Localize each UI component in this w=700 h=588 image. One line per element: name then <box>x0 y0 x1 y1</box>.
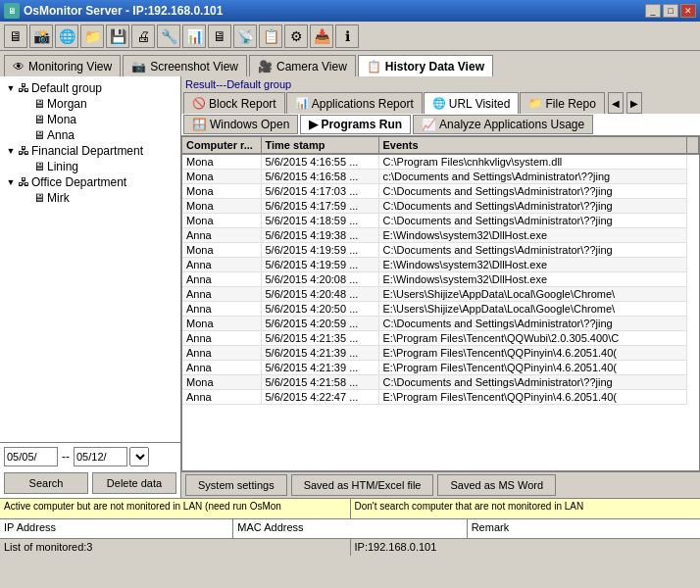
nav-prev-button[interactable]: ◀ <box>608 92 624 114</box>
table-row[interactable]: Mona5/6/2015 4:21:58 ...C:\Documents and… <box>182 375 699 390</box>
cell-event: E:\Windows\system32\DllHost.exe <box>378 258 687 272</box>
tab-monitoring-label: Monitoring View <box>28 60 112 74</box>
tab-block-report[interactable]: 🚫 Block Report <box>183 92 285 114</box>
toolbar-btn-11[interactable]: 📋 <box>259 24 282 48</box>
table-row[interactable]: Anna5/6/2015 4:21:39 ...E:\Program Files… <box>182 346 699 361</box>
search-button[interactable]: Search <box>4 472 88 494</box>
file-report-label: File Repo <box>545 97 595 111</box>
system-settings-button[interactable]: System settings <box>185 474 287 496</box>
close-button[interactable]: ✕ <box>680 4 696 18</box>
table-row[interactable]: Anna5/6/2015 4:20:50 ...E:\Users\Shijize… <box>182 302 699 317</box>
tree-node-default-group[interactable]: ▼ 🖧 Default group <box>2 80 178 96</box>
table-row[interactable]: Anna5/6/2015 4:21:35 ...E:\Program Files… <box>182 331 699 346</box>
sub-tab-programs-run[interactable]: ▶ Programs Run <box>300 115 411 134</box>
cell-timestamp: 5/6/2015 4:19:38 ... <box>261 228 378 243</box>
cell-event: C:\Program Files\cnhkvligv\system.dll <box>378 154 687 170</box>
tab-file-report[interactable]: 📁 File Repo <box>520 92 604 114</box>
expand-icon[interactable]: ▼ <box>4 83 18 93</box>
block-icon: 🚫 <box>192 97 206 110</box>
toolbar-btn-7[interactable]: 🔧 <box>157 24 180 48</box>
expand-icon[interactable]: ▼ <box>4 177 18 187</box>
sub-tab-analyze[interactable]: 📈 Analyze Applications Usage <box>413 115 593 134</box>
tab-monitoring[interactable]: 👁 Monitoring View <box>4 55 121 76</box>
table-row[interactable]: Mona5/6/2015 4:16:58 ...c:\Documents and… <box>182 170 699 184</box>
expand-icon <box>20 193 33 203</box>
computer-icon: 🖥 <box>33 113 45 126</box>
camera-icon: 🎥 <box>258 60 273 74</box>
date-start-year[interactable]: ▼ <box>129 447 149 466</box>
toolbar-btn-13[interactable]: 📥 <box>310 24 333 48</box>
table-row[interactable]: Anna5/6/2015 4:19:59 ...E:\Windows\syste… <box>182 258 699 272</box>
toolbar-btn-3[interactable]: 🌐 <box>55 24 78 48</box>
sub-tab-windows-open[interactable]: 🪟 Windows Open <box>183 115 298 134</box>
cell-event: E:\Users\Shijize\AppData\Local\Google\Ch… <box>378 302 687 317</box>
table-row[interactable]: Anna5/6/2015 4:20:08 ...E:\Windows\syste… <box>182 272 699 287</box>
tree-node-anna[interactable]: 🖥 Anna <box>2 127 178 143</box>
table-row[interactable]: Anna5/6/2015 4:21:39 ...E:\Program Files… <box>182 361 699 375</box>
main-content: ▼ 🖧 Default group 🖥 Morgan 🖥 Mona 🖥 Anna <box>0 76 700 498</box>
tab-applications-report[interactable]: 📊 Applications Report <box>286 92 423 114</box>
programs-run-label: Programs Run <box>321 118 402 131</box>
tree-label: Lining <box>47 160 78 173</box>
cell-computer: Mona <box>182 199 261 214</box>
table-row[interactable]: Anna5/6/2015 4:22:47 ...E:\Program Files… <box>182 390 699 405</box>
tree-node-office[interactable]: ▼ 🖧 Office Department <box>2 174 178 190</box>
tree-node-mirk[interactable]: 🖥 Mirk <box>2 190 178 206</box>
tab-screenshot[interactable]: 📷 Screenshot View <box>123 55 247 76</box>
toolbar-btn-2[interactable]: 📸 <box>29 24 53 48</box>
date-dash: -- <box>60 450 72 464</box>
toolbar-btn-1[interactable]: 🖥 <box>4 24 27 48</box>
tree-view: ▼ 🖧 Default group 🖥 Morgan 🖥 Mona 🖥 Anna <box>0 76 180 442</box>
table-row[interactable]: Mona5/6/2015 4:16:55 ...C:\Program Files… <box>182 154 699 170</box>
cell-event: E:\Windows\system32\DllHost.exe <box>378 272 687 287</box>
tree-label: Morgan <box>47 97 87 111</box>
status-notice-right: Don't search computer that are not monit… <box>351 499 701 518</box>
status-bar: List of monitored:3 IP:192.168.0.101 <box>0 538 700 556</box>
tree-node-morgan[interactable]: 🖥 Morgan <box>2 96 178 112</box>
minimize-button[interactable]: _ <box>645 4 661 18</box>
delete-button[interactable]: Delete data <box>92 472 176 494</box>
tree-node-mona[interactable]: 🖥 Mona <box>2 112 178 127</box>
expand-icon <box>20 162 33 172</box>
tab-url-visited[interactable]: 🌐 URL Visited <box>424 92 520 114</box>
tab-camera[interactable]: 🎥 Camera View <box>249 55 356 76</box>
table-row[interactable]: Anna5/6/2015 4:19:38 ...E:\Windows\syste… <box>182 228 699 243</box>
table-row[interactable]: Mona5/6/2015 4:20:59 ...C:\Documents and… <box>182 317 699 331</box>
cell-timestamp: 5/6/2015 4:21:39 ... <box>261 361 378 375</box>
cell-computer: Mona <box>182 214 261 228</box>
cell-event: E:\Program Files\Tencent\QQPinyin\4.6.20… <box>378 390 687 405</box>
date-start-input[interactable] <box>4 447 58 466</box>
toolbar-btn-5[interactable]: 💾 <box>106 24 129 48</box>
table-row[interactable]: Anna5/6/2015 4:20:48 ...E:\Users\Shijize… <box>182 287 699 302</box>
computer-icon: 🖥 <box>33 160 45 173</box>
nav-next-button[interactable]: ▶ <box>626 92 642 114</box>
toolbar-btn-8[interactable]: 📊 <box>182 24 206 48</box>
tab-history[interactable]: 📋 History Data View <box>358 55 493 76</box>
toolbar-btn-10[interactable]: 📡 <box>233 24 257 48</box>
toolbar-btn-6[interactable]: 🖨 <box>131 24 155 48</box>
maximize-button[interactable]: □ <box>663 4 678 18</box>
expand-icon[interactable]: ▼ <box>4 146 18 156</box>
table-row[interactable]: Mona5/6/2015 4:17:59 ...C:\Documents and… <box>182 199 699 214</box>
expand-icon <box>20 115 33 124</box>
tree-node-lining[interactable]: 🖥 Lining <box>2 159 178 174</box>
tree-node-financial[interactable]: ▼ 🖧 Financial Department <box>2 143 178 159</box>
date-end-input[interactable] <box>74 447 127 466</box>
tab-screenshot-label: Screenshot View <box>150 60 238 74</box>
group-icon: 🖧 <box>18 144 29 158</box>
cell-computer: Mona <box>182 184 261 199</box>
table-row[interactable]: Mona5/6/2015 4:18:59 ...C:\Documents and… <box>182 214 699 228</box>
save-htm-button[interactable]: Saved as HTM/Excel file <box>291 474 434 496</box>
toolbar-btn-4[interactable]: 📁 <box>80 24 104 48</box>
save-word-button[interactable]: Saved as MS Word <box>437 474 556 496</box>
toolbar-btn-14[interactable]: ℹ <box>335 24 359 48</box>
table-row[interactable]: Mona5/6/2015 4:19:59 ...C:\Documents and… <box>182 243 699 258</box>
table-row[interactable]: Mona5/6/2015 4:17:03 ...C:\Documents and… <box>182 184 699 199</box>
window-controls: _ □ ✕ <box>645 4 696 18</box>
computer-icon: 🖥 <box>33 97 45 111</box>
cell-event: C:\Documents and Settings\Administrator\… <box>378 184 687 199</box>
toolbar-btn-12[interactable]: ⚙ <box>284 24 308 48</box>
cell-timestamp: 5/6/2015 4:21:39 ... <box>261 346 378 361</box>
block-report-label: Block Report <box>209 97 276 111</box>
toolbar-btn-9[interactable]: 🖥 <box>208 24 231 48</box>
